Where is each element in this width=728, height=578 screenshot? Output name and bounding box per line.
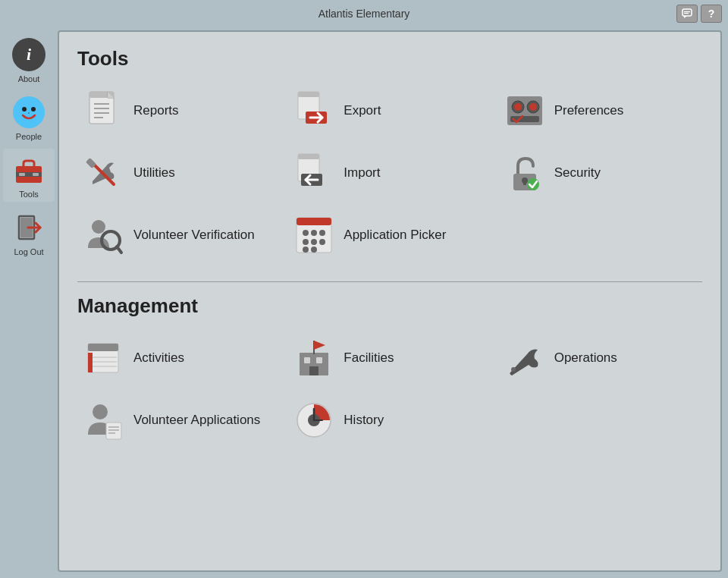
volunteer-applications-item[interactable]: Volunteer Applications	[77, 392, 281, 448]
utilities-icon	[83, 152, 124, 193]
svg-point-45	[303, 230, 309, 236]
facilities-item[interactable]: Facilities	[287, 330, 491, 386]
reports-label: Reports	[133, 103, 179, 118]
app-title: Atlantis Elementary	[318, 8, 410, 20]
svg-point-52	[311, 247, 317, 253]
svg-rect-62	[316, 357, 322, 363]
facilities-icon	[293, 338, 334, 379]
volunteer-applications-label: Volunteer Applications	[133, 413, 260, 428]
svg-point-49	[311, 239, 317, 245]
svg-rect-58	[88, 353, 93, 372]
import-icon	[293, 152, 334, 193]
svg-point-65	[93, 404, 108, 419]
volunteer-verification-label: Volunteer Verification	[133, 228, 255, 243]
svg-point-51	[303, 247, 309, 253]
title-bar-buttons: ?	[676, 5, 722, 23]
tools-icon	[11, 152, 46, 187]
title-bar: Atlantis Elementary ?	[0, 0, 728, 27]
sidebar-label-tools: Tools	[19, 190, 39, 199]
help-button[interactable]: ?	[701, 5, 722, 23]
management-grid: Activities	[77, 330, 702, 448]
tools-grid: Reports Export	[77, 83, 702, 263]
sidebar: i About People	[0, 27, 58, 578]
svg-rect-10	[33, 173, 39, 176]
chat-button[interactable]	[676, 5, 698, 23]
svg-point-64	[511, 367, 516, 372]
preferences-icon	[504, 90, 545, 131]
sidebar-item-people[interactable]: People	[3, 91, 55, 144]
svg-point-40	[92, 220, 105, 234]
security-icon	[504, 152, 545, 193]
volunteer-verification-icon	[83, 215, 124, 256]
reports-item[interactable]: Reports	[77, 83, 281, 139]
activities-item[interactable]: Activities	[77, 330, 281, 386]
application-picker-label: Application Picker	[344, 228, 446, 243]
export-icon	[293, 90, 334, 131]
svg-point-28	[529, 103, 537, 111]
svg-rect-66	[106, 423, 121, 439]
people-icon	[11, 95, 46, 130]
activities-label: Activities	[133, 350, 184, 366]
utilities-item[interactable]: Utilities	[77, 145, 281, 201]
svg-rect-38	[523, 181, 526, 185]
svg-rect-0	[682, 9, 692, 16]
tools-icon-wrapper	[11, 152, 47, 188]
main-content: Tools	[58, 30, 722, 572]
activities-icon	[83, 338, 124, 379]
application-picker-icon	[293, 215, 334, 256]
svg-rect-61	[304, 357, 310, 363]
application-picker-item[interactable]: Application Picker	[287, 207, 491, 263]
help-icon: ?	[708, 8, 715, 20]
preferences-item[interactable]: Preferences	[498, 83, 702, 139]
people-icon-wrapper	[11, 94, 47, 130]
about-icon: i	[12, 38, 46, 71]
logout-icon	[11, 210, 46, 245]
operations-icon	[504, 338, 545, 379]
svg-rect-63	[309, 366, 318, 375]
tools-section-title: Tools	[77, 47, 702, 71]
reports-icon	[83, 90, 124, 131]
svg-point-4	[22, 107, 27, 112]
app-container: i About People	[0, 27, 728, 578]
svg-rect-33	[298, 154, 319, 159]
security-item[interactable]: Security	[498, 145, 702, 201]
svg-point-5	[31, 107, 36, 112]
about-icon-wrapper: i	[11, 36, 47, 73]
volunteer-verification-item[interactable]: Volunteer Verification	[77, 207, 281, 263]
svg-rect-21	[298, 92, 319, 97]
svg-point-6	[28, 112, 30, 114]
logout-icon-wrapper	[11, 209, 47, 246]
export-item[interactable]: Export	[287, 83, 491, 139]
sidebar-label-people: People	[16, 132, 42, 141]
operations-label: Operations	[554, 350, 617, 366]
svg-point-47	[319, 230, 325, 236]
history-item[interactable]: History	[287, 392, 491, 448]
svg-rect-54	[88, 344, 118, 351]
history-label: History	[344, 413, 384, 428]
svg-line-42	[117, 247, 121, 253]
import-label: Import	[344, 165, 380, 181]
import-item[interactable]: Import	[287, 145, 491, 201]
svg-rect-9	[19, 173, 25, 176]
svg-point-50	[319, 239, 325, 245]
section-divider	[77, 281, 702, 282]
export-label: Export	[344, 103, 381, 118]
volunteer-applications-icon	[83, 400, 124, 441]
sidebar-item-logout[interactable]: Log Out	[3, 206, 55, 259]
facilities-label: Facilities	[344, 350, 394, 366]
sidebar-label-logout: Log Out	[14, 247, 43, 256]
svg-point-46	[311, 230, 317, 236]
utilities-label: Utilities	[133, 165, 175, 181]
preferences-label: Preferences	[554, 103, 624, 118]
svg-rect-44	[297, 218, 331, 225]
svg-point-48	[303, 239, 309, 245]
sidebar-item-tools[interactable]: Tools	[3, 149, 55, 202]
security-label: Security	[554, 165, 601, 181]
sidebar-label-about: About	[18, 74, 40, 83]
management-section-title: Management	[77, 294, 702, 318]
history-icon	[293, 400, 334, 441]
svg-point-26	[514, 103, 522, 111]
sidebar-item-about[interactable]: i About	[3, 33, 55, 86]
operations-item[interactable]: Operations	[498, 330, 702, 386]
